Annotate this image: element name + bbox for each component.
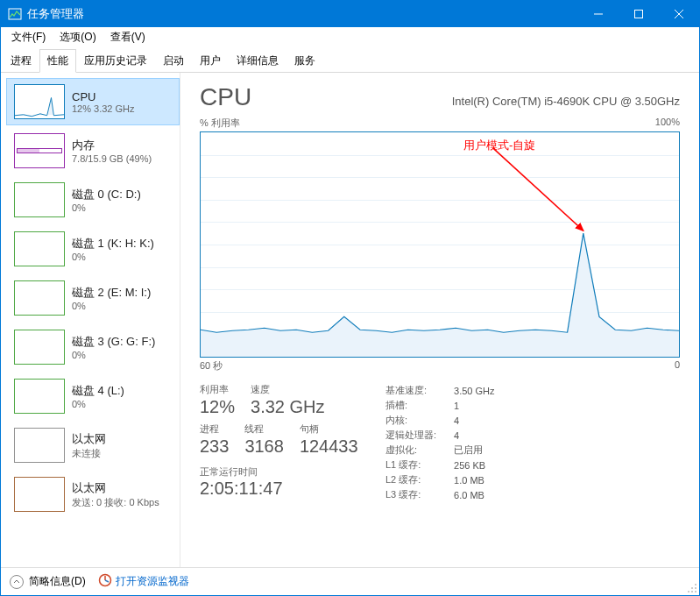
svg-line-7 bbox=[493, 148, 583, 231]
disk3-label: 磁盘 3 (G: G: F:) bbox=[72, 334, 155, 350]
sidebar-item-cpu[interactable]: CPU 12% 3.32 GHz bbox=[6, 78, 180, 125]
performance-sidebar: CPU 12% 3.32 GHz 内存 7.8/15.9 GB (49%) 磁盘… bbox=[1, 73, 180, 578]
disk-thumb bbox=[14, 379, 65, 414]
disk4-sub: 0% bbox=[72, 399, 124, 409]
window-title: 任务管理器 bbox=[27, 6, 578, 22]
sidebar-item-disk1[interactable]: 磁盘 1 (K: H: K:) 0% bbox=[6, 225, 180, 273]
cpu-sub: 12% 3.32 GHz bbox=[72, 103, 135, 114]
svg-point-12 bbox=[691, 587, 693, 589]
sidebar-item-ethernet0[interactable]: 以太网 未连接 bbox=[6, 422, 180, 469]
sidebar-item-disk3[interactable]: 磁盘 3 (G: G: F:) 0% bbox=[6, 323, 180, 371]
ethernet-thumb bbox=[14, 428, 65, 463]
detail-pane: CPU Intel(R) Core(TM) i5-4690K CPU @ 3.5… bbox=[180, 73, 699, 578]
memory-sub: 7.8/15.9 GB (49%) bbox=[72, 153, 152, 164]
menu-options[interactable]: 选项(O) bbox=[53, 28, 103, 46]
virt-value: 已启用 bbox=[454, 443, 494, 458]
speed-value: 3.32 GHz bbox=[251, 396, 324, 417]
cpu-model: Intel(R) Core(TM) i5-4690K CPU @ 3.50GHz bbox=[452, 95, 680, 108]
l2-label: L2 缓存: bbox=[385, 472, 454, 487]
disk2-sub: 0% bbox=[72, 301, 151, 311]
thread-label: 线程 bbox=[244, 422, 284, 436]
tab-performance[interactable]: 性能 bbox=[39, 49, 76, 73]
thread-value: 3168 bbox=[244, 436, 284, 457]
sidebar-item-disk2[interactable]: 磁盘 2 (E: M: I:) 0% bbox=[6, 274, 180, 322]
cpu-thumb bbox=[14, 84, 65, 119]
svg-point-14 bbox=[688, 591, 689, 592]
disk1-sub: 0% bbox=[72, 252, 154, 262]
l3-label: L3 缓存: bbox=[385, 487, 454, 502]
maximize-button[interactable] bbox=[619, 1, 659, 27]
util-value: 12% bbox=[200, 396, 235, 417]
tab-startup[interactable]: 启动 bbox=[155, 49, 192, 73]
speed-label: 速度 bbox=[251, 383, 324, 396]
tab-users[interactable]: 用户 bbox=[192, 49, 229, 73]
disk0-sub: 0% bbox=[72, 202, 141, 213]
fewer-details-button[interactable]: 简略信息(D) bbox=[10, 574, 86, 589]
l2-value: 1.0 MB bbox=[454, 472, 494, 487]
sidebar-item-memory[interactable]: 内存 7.8/15.9 GB (49%) bbox=[6, 127, 180, 174]
sidebar-item-disk4[interactable]: 磁盘 4 (L:) 0% bbox=[6, 372, 180, 420]
footer: 简略信息(D) 打开资源监视器 bbox=[1, 567, 699, 595]
memory-thumb bbox=[14, 133, 65, 168]
chevron-down-icon bbox=[10, 575, 24, 589]
menubar: 文件(F) 选项(O) 查看(V) bbox=[1, 27, 699, 46]
disk4-label: 磁盘 4 (L:) bbox=[72, 383, 124, 399]
base-speed-label: 基准速度: bbox=[385, 383, 454, 398]
sidebar-item-ethernet1[interactable]: 以太网 发送: 0 接收: 0 Kbps bbox=[6, 471, 180, 518]
close-button[interactable] bbox=[659, 1, 699, 27]
svg-point-13 bbox=[695, 587, 696, 589]
svg-point-15 bbox=[691, 591, 693, 592]
socket-label: 插槽: bbox=[385, 398, 454, 413]
svg-marker-6 bbox=[201, 233, 679, 357]
uptime-label: 正常运行时间 bbox=[200, 465, 358, 479]
l3-value: 6.0 MB bbox=[454, 487, 494, 502]
minimize-button[interactable] bbox=[578, 1, 619, 27]
open-resource-monitor-link[interactable]: 打开资源监视器 bbox=[98, 573, 189, 590]
chart-top-right-label: 100% bbox=[655, 117, 680, 130]
tab-services[interactable]: 服务 bbox=[286, 49, 323, 73]
tab-app-history[interactable]: 应用历史记录 bbox=[76, 49, 155, 73]
l1-value: 256 KB bbox=[454, 458, 494, 472]
virt-label: 虚拟化: bbox=[385, 443, 454, 458]
eth0-sub: 未连接 bbox=[72, 447, 106, 460]
disk3-sub: 0% bbox=[72, 350, 155, 360]
disk0-label: 磁盘 0 (C: D:) bbox=[72, 187, 141, 202]
lproc-label: 逻辑处理器: bbox=[385, 428, 454, 443]
menu-file[interactable]: 文件(F) bbox=[4, 28, 53, 46]
base-speed-value: 3.50 GHz bbox=[454, 383, 494, 398]
cores-label: 内核: bbox=[385, 413, 454, 428]
memory-label: 内存 bbox=[72, 138, 152, 153]
resize-grip[interactable] bbox=[687, 583, 697, 593]
tab-processes[interactable]: 进程 bbox=[3, 49, 39, 73]
socket-value: 1 bbox=[454, 398, 494, 413]
lproc-value: 4 bbox=[454, 428, 494, 443]
app-icon bbox=[8, 7, 22, 21]
resmon-icon bbox=[98, 573, 112, 590]
eth1-sub: 发送: 0 接收: 0 Kbps bbox=[72, 496, 159, 509]
proc-value: 233 bbox=[200, 436, 229, 457]
stats-left: 利用率 12% 速度 3.32 GHz 进程 233 线程 3168 bbox=[200, 383, 358, 499]
svg-rect-2 bbox=[635, 11, 643, 18]
window-titlebar: 任务管理器 bbox=[1, 1, 699, 27]
chart-bottom-right-label: 0 bbox=[675, 359, 680, 372]
cpu-label: CPU bbox=[72, 90, 135, 103]
l1-label: L1 缓存: bbox=[385, 458, 454, 472]
content-area: CPU 12% 3.32 GHz 内存 7.8/15.9 GB (49%) 磁盘… bbox=[1, 73, 699, 578]
menu-view[interactable]: 查看(V) bbox=[103, 28, 152, 46]
cpu-utilization-chart: 用户模式-自旋 bbox=[200, 131, 680, 358]
disk2-label: 磁盘 2 (E: M: I:) bbox=[72, 285, 151, 301]
handle-label: 句柄 bbox=[300, 422, 358, 436]
ethernet-thumb bbox=[14, 477, 65, 512]
cores-value: 4 bbox=[454, 413, 494, 428]
fewer-details-label: 简略信息(D) bbox=[29, 574, 86, 589]
handle-value: 124433 bbox=[300, 436, 358, 457]
chart-top-left-label: % 利用率 bbox=[200, 117, 240, 130]
util-label: 利用率 bbox=[200, 383, 235, 396]
sidebar-item-disk0[interactable]: 磁盘 0 (C: D:) 0% bbox=[6, 176, 180, 224]
proc-label: 进程 bbox=[200, 422, 229, 436]
svg-point-11 bbox=[695, 584, 696, 585]
svg-line-10 bbox=[105, 580, 109, 582]
disk-thumb bbox=[14, 182, 65, 217]
tab-strip: 进程 性能 应用历史记录 启动 用户 详细信息 服务 bbox=[1, 48, 699, 73]
tab-details[interactable]: 详细信息 bbox=[229, 49, 286, 73]
